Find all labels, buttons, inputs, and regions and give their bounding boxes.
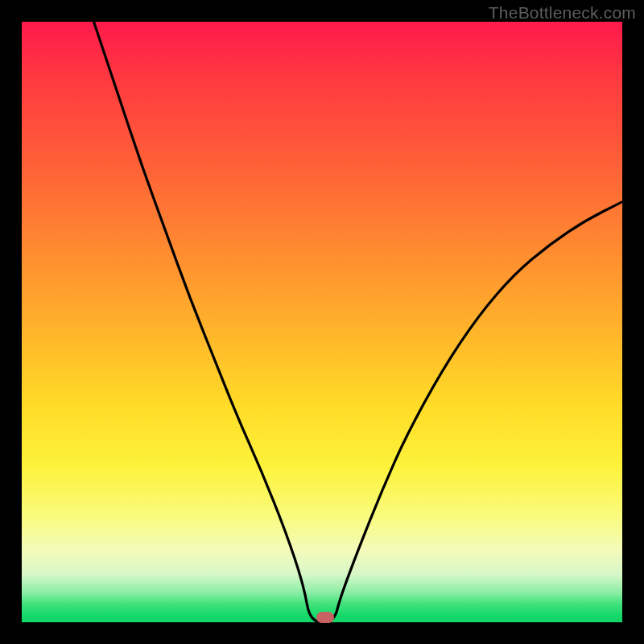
plot-area (22, 22, 622, 622)
watermark-text: TheBottleneck.com (489, 3, 636, 23)
bottleneck-curve (22, 22, 622, 622)
chart-frame: TheBottleneck.com (0, 0, 644, 644)
optimum-marker (316, 612, 334, 623)
